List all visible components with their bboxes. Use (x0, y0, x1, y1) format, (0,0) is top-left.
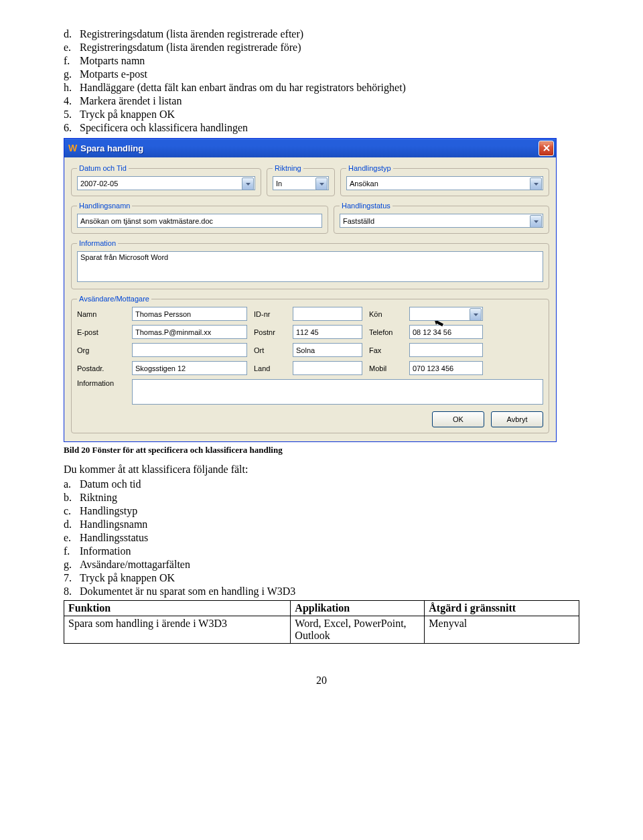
label-namn: Namn (77, 310, 125, 318)
page-number: 20 (64, 675, 579, 687)
chevron-down-icon[interactable] (530, 178, 542, 190)
fieldset-datum: Datum och Tid 2007-02-05 (71, 164, 261, 196)
land-input[interactable] (293, 361, 362, 375)
kon-select[interactable] (409, 307, 483, 321)
table-row: Spara som handling i ärende i W3D3 Word,… (64, 616, 579, 644)
fieldset-handlingstyp: Handlingstyp Ansökan (340, 164, 549, 196)
postnr-input[interactable] (293, 325, 362, 339)
window-title: Spara handling (80, 143, 539, 153)
datum-select[interactable]: 2007-02-05 (77, 176, 255, 190)
label-fax: Fax (369, 346, 403, 354)
spara-handling-dialog: W Spara handling ⬉ Datum och Tid 2007-02… (64, 138, 557, 442)
mobil-input[interactable] (409, 361, 483, 375)
handlingsnamn-input[interactable] (77, 214, 322, 228)
fax-input[interactable] (409, 343, 483, 357)
org-input[interactable] (132, 343, 247, 357)
label-epost: E-post (77, 328, 125, 336)
fieldset-handlingsstatus: Handlingstatus Fastställd (334, 202, 549, 234)
chevron-down-icon[interactable] (242, 178, 254, 190)
titlebar[interactable]: W Spara handling (64, 139, 556, 157)
ort-input[interactable] (293, 343, 362, 357)
handlingstyp-select[interactable]: Ansökan (346, 176, 543, 190)
namn-input[interactable] (132, 307, 247, 321)
ok-button[interactable]: OK (432, 411, 484, 427)
label-org: Org (77, 346, 125, 354)
fieldset-information: Information (71, 239, 549, 289)
figure-caption: Bild 20 Fönster för att specificera och … (64, 445, 579, 456)
close-button[interactable] (539, 141, 554, 156)
fieldset-avsandare: Avsändare/Mottagare Namn ID-nr Kön E-pos… (71, 295, 549, 433)
list-bottom: a.Datum och tid b.Riktning c.Handlingsty… (64, 478, 579, 598)
handlingsstatus-select[interactable]: Fastställd (340, 214, 543, 228)
fieldset-handlingsnamn: Handlingsnamn (71, 202, 328, 234)
epost-input[interactable] (132, 325, 247, 339)
chevron-down-icon[interactable] (470, 308, 482, 321)
fieldset-riktning: Riktning In (267, 164, 335, 196)
label-ort: Ort (254, 346, 286, 354)
label-id: ID-nr (254, 310, 286, 318)
th-applikation: Applikation (291, 601, 425, 616)
postadr-input[interactable] (132, 361, 247, 375)
label-land: Land (254, 364, 286, 372)
label-kon: Kön (369, 310, 403, 318)
chevron-down-icon[interactable] (530, 215, 542, 228)
function-table: Funktion Applikation Åtgärd i gränssnitt… (64, 600, 579, 644)
chevron-down-icon[interactable] (315, 178, 328, 190)
label-mobil: Mobil (369, 364, 403, 372)
information-textarea[interactable] (77, 251, 543, 282)
cancel-button[interactable]: Avbryt (491, 411, 543, 427)
label-postadr: Postadr. (77, 364, 125, 372)
th-funktion: Funktion (64, 601, 291, 616)
label-postnr: Postnr (254, 328, 286, 336)
label-telefon: Telefon (369, 328, 403, 336)
telefon-input[interactable] (409, 325, 483, 339)
id-input[interactable] (293, 307, 362, 321)
paragraph: Du kommer åt att klassificera följande f… (64, 464, 579, 476)
riktning-select[interactable]: In (273, 176, 329, 190)
list-top: d.Registreringsdatum (lista ärenden regi… (64, 28, 579, 134)
app-icon: W (68, 143, 77, 153)
contact-info-textarea[interactable] (132, 379, 543, 405)
label-info: Information (77, 379, 125, 387)
th-atgard: Åtgärd i gränssnitt (425, 601, 579, 616)
